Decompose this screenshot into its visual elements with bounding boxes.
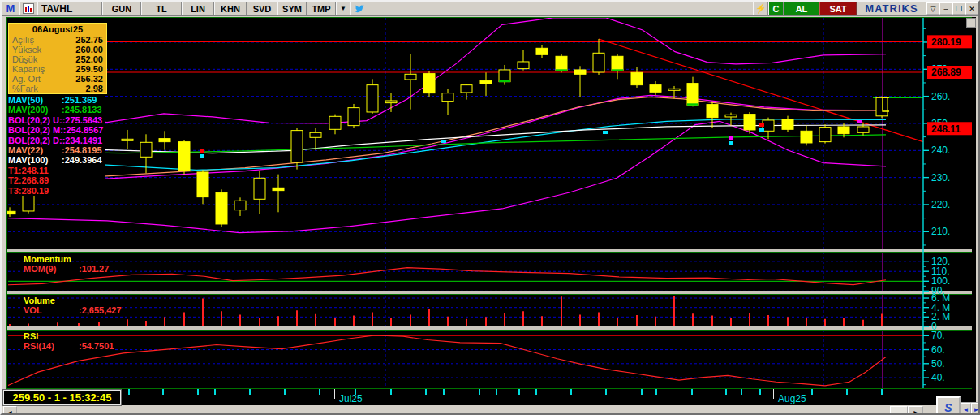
chart-area[interactable]: 280.270.260.250.240.230.220.210.120.110.… [6, 17, 976, 405]
bar-next-button[interactable]: ► [971, 403, 980, 415]
window-minimize-button[interactable]: – [939, 2, 952, 15]
svg-text:Jul25: Jul25 [339, 393, 363, 404]
svg-text:260.: 260. [931, 91, 950, 102]
matriks-s-logo-button[interactable]: S [936, 396, 961, 415]
matriks-logo: MATRiKS [857, 2, 926, 15]
wavg-value: 256.32 [75, 74, 103, 84]
matriks-chart-window: M TAVHL GUN TL LIN KHN SVD SYM TMP ▼ ⚡ C… [0, 0, 980, 415]
quote-date: 06August25 [9, 24, 106, 35]
svg-text:220.: 220. [931, 199, 950, 210]
svg-text:210.: 210. [931, 226, 950, 237]
scroll-right-button[interactable]: ► [908, 406, 923, 415]
open-label: Açılış [12, 35, 34, 45]
close-label: Kapanış [12, 64, 45, 74]
quote-info-box: 06August25 Açılış252.75 Yüksek260.00 Düş… [8, 23, 107, 94]
high-value: 260.00 [75, 45, 103, 54]
window-close-button[interactable]: ✕ [965, 2, 978, 15]
change-value: 2.98 [86, 84, 103, 93]
chart-type-icon[interactable] [19, 2, 37, 15]
legend-mav200: MAV(200):245.8133 [8, 105, 105, 115]
momentum-value-row: MOM(9):101.27 [24, 264, 109, 274]
volume-value-row: VOL:2,655,427 [24, 305, 122, 315]
high-label: Yüksek [12, 45, 41, 54]
legend-bol-m: BOL(20,2) M::254.8567 [8, 125, 105, 135]
price-chart-canvas[interactable]: 280.270.260.250.240.230.220.210.120.110.… [6, 17, 972, 405]
window-shade-button[interactable]: ▽ [926, 2, 939, 15]
legend-t3: T3:280.19 [8, 186, 105, 196]
bar-nav-box: ◄ ► [960, 402, 980, 415]
toolbar: M TAVHL GUN TL LIN KHN SVD SYM TMP ▼ ⚡ C… [2, 2, 978, 16]
legend-bol-u: BOL(20,2) U::275.5643 [8, 115, 105, 125]
close-value: 259.50 [75, 64, 103, 74]
svg-text:268.89: 268.89 [931, 67, 961, 78]
open-value: 252.75 [75, 35, 103, 45]
currency-button-tl[interactable]: TL [141, 2, 182, 15]
rsi-title: RSI [24, 331, 38, 341]
status-box: 259.50 - 1 - 15:32:45 [3, 390, 121, 405]
toolbar-spacer [368, 2, 753, 15]
low-value: 252.00 [75, 54, 103, 64]
scrollbar-thumb[interactable] [890, 406, 908, 415]
lightning-icon[interactable]: ⚡ [753, 2, 768, 15]
svg-text:40.: 40. [931, 372, 945, 383]
change-label: %Fark [12, 84, 38, 93]
legend-mav100: MAV(100):249.3964 [8, 155, 105, 165]
horizontal-scrollbar[interactable]: ◄ ► S ◄ ► [2, 405, 978, 415]
rsi-value-row: RSI(14):54.7501 [24, 341, 114, 351]
indicator-legend: MAV(50):251.369 MAV(200):245.8133 BOL(20… [8, 95, 105, 196]
svg-text:60.: 60. [931, 344, 945, 356]
toolbar-dropdown-icon[interactable]: ▼ [336, 2, 350, 15]
button-sym[interactable]: SYM [277, 2, 307, 15]
svg-text:50.: 50. [931, 358, 945, 370]
refresh-icon[interactable]: C [768, 2, 784, 15]
momentum-title: Momentum [24, 254, 71, 264]
volume-title: Volume [24, 296, 55, 305]
low-label: Düşük [12, 54, 37, 64]
buy-button[interactable]: AL [784, 2, 819, 15]
period-button-gun[interactable]: GUN [102, 2, 141, 15]
sell-button[interactable]: SAT [819, 2, 857, 15]
window-menu-button[interactable]: M [2, 2, 19, 15]
svg-text:Aug25: Aug25 [778, 393, 806, 404]
scroll-left-button[interactable]: ◄ [3, 406, 17, 415]
legend-bol-d: BOL(20,2) D::234.1491 [8, 136, 105, 145]
scale-button-lin[interactable]: LIN [182, 2, 214, 15]
legend-mav50: MAV(50):251.369 [8, 95, 105, 105]
button-tmp[interactable]: TMP [307, 2, 336, 15]
legend-mav22: MAV(22):254.8195 [8, 145, 105, 155]
legend-t1: T1:248.11 [8, 166, 105, 175]
svg-text:230.: 230. [931, 172, 950, 184]
bar-prev-button[interactable]: ◄ [961, 403, 971, 415]
svg-text:70.: 70. [931, 330, 945, 341]
wavg-label: Ağ. Ort [12, 74, 41, 84]
button-khn[interactable]: KHN [214, 2, 247, 15]
window-maximize-button[interactable]: ❐ [952, 2, 965, 15]
twitter-icon[interactable] [350, 2, 368, 15]
symbol-field[interactable]: TAVHL [37, 2, 102, 15]
axis-resize-box[interactable] [966, 18, 976, 28]
legend-t2: T2:268.89 [8, 175, 105, 185]
svg-text:240.: 240. [931, 145, 950, 156]
svg-text:280.19: 280.19 [931, 37, 961, 48]
svg-text:248.11: 248.11 [931, 123, 961, 135]
button-svd[interactable]: SVD [247, 2, 277, 15]
